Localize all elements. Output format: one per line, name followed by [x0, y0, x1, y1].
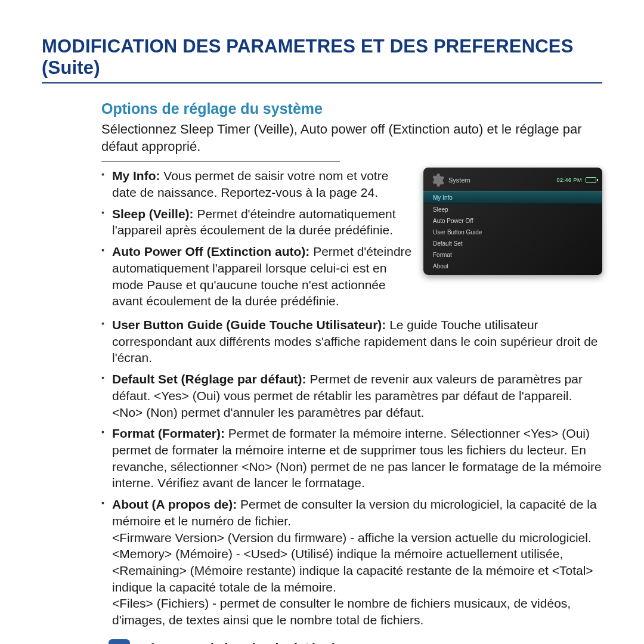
bullet-sleep: Sleep (Veille): Permet d'éteindre automa…	[112, 206, 415, 239]
device-menu-item-auto-power-off: Auto Power Off	[423, 215, 602, 227]
about-memory-line: <Memory> (Mémoire) - <Used> (Utilisé) in…	[112, 547, 593, 593]
page-title: MODIFICATION DES PARAMETRES ET DES PREFE…	[42, 36, 602, 83]
note-heading: A propos de la mémoire intégrée	[143, 639, 602, 644]
bullet-about: About (A propos de): Permet de consulter…	[112, 496, 602, 628]
bullet-about-label: About (A propos de):	[112, 497, 237, 511]
bullet-apo-label: Auto Power Off (Extinction auto):	[112, 244, 309, 258]
device-menu-item-format: Format	[423, 249, 602, 261]
about-firmware-line: <Firmware Version> (Version du firmware)…	[112, 531, 592, 544]
device-menu-item-sleep: Sleep	[423, 204, 602, 215]
device-menu-item-my-info: My Info	[423, 191, 602, 204]
device-menu-item-about: About	[423, 261, 602, 272]
bullet-my-info: My Info: Vous permet de saisir votre nom…	[112, 168, 415, 200]
divider	[101, 161, 340, 162]
device-menu-item-user-button-guide: User Button Guide	[423, 227, 602, 238]
device-screenshot: System 02:46 PM My Info Sleep Auto Power…	[423, 168, 602, 275]
section-subhead: Options de réglage du système	[101, 100, 602, 117]
bullet-default-set: Default Set (Réglage par défaut): Permet…	[112, 371, 602, 420]
bullet-def-label: Default Set (Réglage par défaut):	[112, 372, 306, 386]
bullet-sleep-label: Sleep (Veille):	[112, 207, 194, 221]
bullet-my-info-label: My Info:	[112, 169, 160, 182]
intro-text: Sélectionnez Sleep Timer (Veille), Auto …	[101, 121, 602, 155]
about-files-line: <Files> (Fichiers) - permet de consulter…	[112, 596, 571, 627]
bullet-auto-power-off: Auto Power Off (Extinction auto): Permet…	[112, 243, 415, 309]
device-screen-title: System	[448, 177, 470, 184]
device-clock: 02:46 PM	[556, 177, 582, 183]
bullet-format: Format (Formater): Permet de formater la…	[112, 425, 602, 491]
bullet-ubg-label: User Button Guide (Guide Touche Utilisat…	[112, 318, 386, 332]
gear-icon	[429, 172, 445, 188]
device-menu: My Info Sleep Auto Power Off User Button…	[423, 191, 602, 272]
bullet-user-button-guide: User Button Guide (Guide Touche Utilisat…	[112, 317, 602, 366]
battery-icon	[586, 177, 596, 183]
note-icon	[109, 639, 130, 644]
device-menu-item-default-set: Default Set	[423, 238, 602, 249]
bullet-fmt-label: Format (Formater):	[112, 426, 225, 440]
